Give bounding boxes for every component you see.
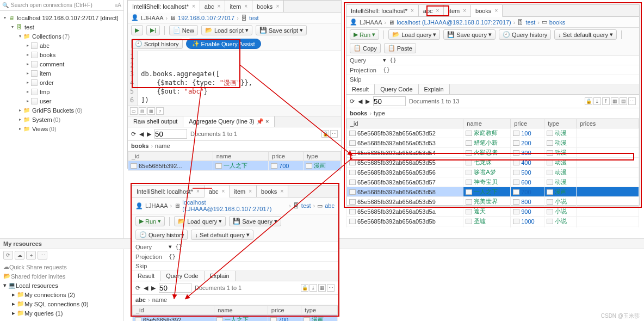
table-row[interactable]: 65e5685fb392ab656a053d53蜡笔小新200动漫 (347, 138, 639, 148)
lock-icon[interactable]: 🔒 (301, 284, 308, 292)
tree-collection[interactable]: ▸user (0, 96, 123, 106)
tree-collection[interactable]: ▸item (0, 69, 123, 78)
table-row[interactable]: 65e5685fb392ab656a053d59完美世界800小说 (347, 197, 639, 207)
query-code-tab[interactable]: Query Code (160, 271, 204, 281)
query-code-tab[interactable]: Query Code (375, 84, 418, 94)
tree-system[interactable]: ▸📁System(0) (0, 115, 123, 124)
script-history-button[interactable]: 🕘 Script history (131, 39, 183, 49)
prev-icon[interactable]: ◀ (358, 98, 362, 105)
aggregate-output-tab[interactable]: Aggregate Query (line 3) 📌 × (183, 116, 275, 127)
close-icon[interactable]: × (463, 8, 466, 14)
tree-collection[interactable]: ▸comment (0, 59, 123, 69)
view-icon[interactable]: ▦ (147, 107, 155, 115)
close-icon[interactable]: × (265, 118, 269, 125)
load-query-button[interactable]: 📂 Load query ▾ (388, 29, 440, 40)
view-icon[interactable]: ▭ (130, 107, 138, 115)
tab[interactable]: IntelliShell: localhost*× (128, 1, 200, 13)
next-icon[interactable]: ▶ (147, 131, 151, 138)
result-grid[interactable]: _idnamepricetype65e5685fb392...一人之下700漫画 (128, 151, 341, 171)
result-grid[interactable]: _idnamepricetypeprices65e5685fb392ab656a… (346, 119, 639, 227)
query-history-button[interactable]: 🕘 Query history (135, 230, 188, 240)
table-row[interactable]: 65e5685fb392ab656a053d54火影忍者300动漫 (347, 148, 639, 158)
close-icon[interactable]: × (436, 8, 439, 14)
table-row[interactable]: 65e5685fb392ab656a053d5b圣墟1000小说 (347, 217, 639, 226)
tool-icon[interactable]: ▤ (620, 97, 627, 105)
tab[interactable]: books× (252, 1, 284, 12)
close-icon[interactable]: × (411, 8, 414, 14)
tool-icon[interactable]: ▦ (611, 97, 618, 105)
refresh-icon[interactable]: ⟳ (135, 285, 140, 292)
col-header[interactable]: name (214, 306, 268, 315)
close-icon[interactable]: × (494, 8, 498, 14)
close-icon[interactable]: × (276, 3, 279, 9)
new-button[interactable]: 📄 New (169, 25, 198, 35)
next-icon[interactable]: ▶ (151, 285, 156, 292)
tree-collection[interactable]: ▸tmp (0, 87, 123, 96)
close-icon[interactable]: × (222, 188, 225, 194)
run-button[interactable]: ▶ Run ▾ (135, 216, 165, 226)
prev-icon[interactable]: ◀ (139, 131, 144, 138)
table-row[interactable]: 65e5685fb392ab656a053d58一人之下700漫画 (347, 187, 639, 197)
tool-icon[interactable]: ⤒ (602, 97, 610, 105)
set-default-button[interactable]: ↓ Set default query ▾ (554, 29, 617, 40)
help-icon[interactable]: ? (156, 107, 164, 115)
run-button[interactable]: ▶ (131, 25, 143, 35)
load-script-button[interactable]: 📂 Load script ▾ (201, 25, 252, 35)
close-icon[interactable]: × (249, 188, 252, 194)
copy-button[interactable]: 📋 Copy (350, 43, 381, 53)
tab[interactable]: books× (257, 186, 288, 197)
skip-field[interactable]: Skip (132, 262, 338, 271)
run-button[interactable]: ▶ Run ▾ (350, 29, 379, 40)
explain-tab[interactable]: Explain (419, 84, 450, 94)
result-tab[interactable]: Result (132, 271, 160, 281)
save-query-button[interactable]: 💾 Save query ▾ (229, 216, 281, 226)
close-icon[interactable]: × (280, 188, 283, 194)
tab[interactable]: item× (444, 5, 471, 16)
lock-icon[interactable]: 🔒 (321, 130, 329, 138)
tree-connection[interactable]: ▾🖥localhost 192.168.0.107:27017 [direct] (0, 13, 123, 22)
tool-icon[interactable]: ⋯ (327, 284, 335, 292)
search-connections[interactable]: 🔍 Search open connections (Ctrl+F) aA (0, 0, 123, 11)
table-row[interactable]: 65e5685fb392ab656a053d57神奇宝贝600动漫 (347, 177, 639, 187)
col-header[interactable]: type (301, 306, 338, 315)
tab[interactable]: item× (230, 186, 257, 197)
col-header[interactable]: prices (576, 119, 639, 128)
raw-output-tab[interactable]: Raw shell output (128, 116, 183, 127)
set-default-button[interactable]: ↓ Set default query ▾ (191, 230, 253, 240)
tree-gridfs[interactable]: ▸📁GridFS Buckets(0) (0, 106, 123, 115)
table-row[interactable]: 65e5685fb392ab656a053d56哆啦A梦500动漫 (347, 168, 639, 177)
case-toggle[interactable]: aA (115, 2, 121, 8)
tab[interactable]: abc× (205, 186, 230, 197)
page-size-input[interactable] (159, 283, 191, 293)
next-icon[interactable]: ▶ (366, 98, 370, 105)
tab[interactable]: books× (471, 5, 503, 17)
result-grid[interactable]: _idnamepricetype65e5685fb392...一人之下700漫画 (132, 305, 338, 321)
table-row[interactable]: 65e5d74214209b766cfc5ba7一念永恒[ 5 elements… (347, 226, 639, 228)
projection-field[interactable]: Projection{} (132, 252, 338, 262)
result-tab[interactable]: Result (346, 84, 375, 94)
page-size-input[interactable] (373, 96, 406, 106)
tree-db[interactable]: ▾🗄test (0, 22, 123, 32)
tool-icon[interactable]: ⋯ (330, 130, 338, 138)
tool-icon[interactable]: ＋ (26, 251, 36, 260)
prev-icon[interactable]: ◀ (144, 285, 148, 292)
col-header[interactable]: _id (347, 119, 463, 128)
page-size-input[interactable] (154, 129, 187, 139)
load-query-button[interactable]: 📂 Load query ▾ (174, 216, 226, 226)
close-icon[interactable]: × (218, 3, 221, 9)
tree-views[interactable]: ▸📁Views(0) (0, 124, 123, 133)
lock-icon[interactable]: 🔒 (585, 97, 592, 105)
table-row[interactable]: 65e5685fb392ab656a053d5a遮天900小说 (347, 207, 639, 217)
projection-field[interactable]: Projection{} (346, 65, 639, 75)
close-icon[interactable]: × (192, 3, 195, 9)
col-header[interactable]: price (511, 119, 544, 128)
query-field[interactable]: Query▾{} (132, 242, 338, 252)
tree-collection[interactable]: ▸order (0, 78, 123, 87)
tree-collections-folder[interactable]: ▾📁Collections(7) (0, 32, 123, 41)
close-icon[interactable]: × (196, 188, 200, 194)
col-header[interactable]: name (463, 119, 511, 128)
tool-icon[interactable]: ⋯ (38, 251, 47, 260)
save-query-button[interactable]: 💾 Save query ▾ (443, 29, 496, 40)
query-field[interactable]: Query▾{} (346, 55, 639, 65)
col-header[interactable]: price (268, 306, 301, 315)
